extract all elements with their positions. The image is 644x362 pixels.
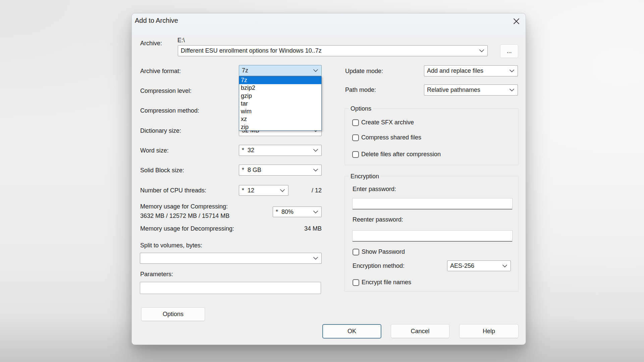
chevron-down-icon bbox=[502, 264, 507, 267]
reenter-password-input[interactable] bbox=[352, 230, 513, 242]
encrypt-names-checkbox[interactable] bbox=[353, 279, 359, 286]
path-mode-value: Relative pathnames bbox=[424, 86, 509, 94]
options-button-label: Options bbox=[163, 311, 183, 318]
options-group-title: Options bbox=[349, 105, 373, 112]
split-volumes-label: Split to volumes, bytes: bbox=[140, 242, 202, 249]
title-bar: Add to Archive bbox=[132, 13, 526, 46]
cancel-button[interactable]: Cancel bbox=[391, 324, 449, 338]
archive-label: Archive: bbox=[140, 40, 162, 47]
dropdown-option-bzip2[interactable]: bzip2 bbox=[239, 84, 321, 92]
memory-decompressing-label: Memory usage for Decompressing: bbox=[140, 225, 234, 232]
compress-shared-checkbox-row: Compress shared files bbox=[352, 134, 421, 141]
word-size-value: * 32 bbox=[239, 147, 313, 154]
add-to-archive-dialog: Add to Archive Archive: E:\ Different ES… bbox=[131, 13, 526, 345]
chevron-down-icon bbox=[280, 189, 285, 192]
delete-files-label: Delete files after compression bbox=[361, 151, 441, 158]
chevron-down-icon bbox=[313, 210, 318, 214]
enter-password-input[interactable] bbox=[352, 198, 513, 209]
dictionary-size-label: Dictionary size: bbox=[140, 127, 181, 134]
close-icon bbox=[513, 18, 520, 24]
archive-format-combobox[interactable]: 7z bbox=[239, 65, 322, 76]
dialog-title: Add to Archive bbox=[135, 16, 178, 25]
parameters-input[interactable] bbox=[140, 282, 321, 294]
dropdown-option-7z[interactable]: 7z bbox=[239, 76, 321, 84]
cpu-threads-max: / 12 bbox=[288, 187, 322, 194]
update-mode-label: Update mode: bbox=[345, 67, 383, 75]
archive-name-value: Different ESU enrollment options for Win… bbox=[178, 47, 479, 54]
memory-compressing-detail: 3632 MB / 12572 MB / 15714 MB bbox=[140, 212, 229, 220]
help-button-label: Help bbox=[483, 328, 495, 335]
dropdown-option-gzip[interactable]: gzip bbox=[239, 92, 321, 100]
dropdown-option-tar[interactable]: tar bbox=[239, 100, 321, 108]
memory-compressing-value: * 80% bbox=[273, 208, 313, 216]
update-mode-combobox[interactable]: Add and replace files bbox=[424, 65, 518, 76]
show-password-checkbox[interactable] bbox=[353, 249, 359, 255]
compression-level-label: Compression level: bbox=[140, 87, 192, 95]
create-sfx-checkbox-row: Create SFX archive bbox=[352, 119, 414, 126]
show-password-label: Show Password bbox=[362, 248, 405, 255]
word-size-combobox[interactable]: * 32 bbox=[239, 145, 322, 156]
archive-format-dropdown-list: 7z bzip2 gzip tar wim xz zip bbox=[239, 76, 322, 131]
chevron-down-icon bbox=[313, 69, 318, 72]
chevron-down-icon bbox=[313, 169, 318, 172]
archive-name-combobox[interactable]: Different ESU enrollment options for Win… bbox=[178, 45, 488, 56]
archive-format-value: 7z bbox=[239, 67, 313, 74]
enter-password-label: Enter password: bbox=[353, 185, 396, 193]
update-mode-value: Add and replace files bbox=[424, 67, 509, 74]
show-password-checkbox-row: Show Password bbox=[353, 248, 405, 255]
chevron-down-icon bbox=[313, 149, 318, 152]
create-sfx-label: Create SFX archive bbox=[361, 119, 414, 126]
dropdown-option-wim[interactable]: wim bbox=[239, 108, 321, 115]
word-size-label: Word size: bbox=[140, 147, 169, 154]
encryption-group-title: Encryption bbox=[349, 173, 381, 180]
archive-drive-label: E:\ bbox=[177, 37, 185, 44]
memory-decompressing-value: 34 MB bbox=[288, 225, 322, 232]
encryption-method-combobox[interactable]: AES-256 bbox=[447, 260, 511, 271]
archive-format-label: Archive format: bbox=[140, 67, 181, 75]
chevron-down-icon bbox=[509, 69, 515, 72]
parameters-label: Parameters: bbox=[140, 270, 173, 278]
cpu-threads-value: * 12 bbox=[239, 187, 280, 194]
cancel-button-label: Cancel bbox=[411, 328, 429, 335]
delete-files-checkbox-row: Delete files after compression bbox=[352, 151, 441, 158]
reenter-password-label: Reenter password: bbox=[353, 216, 403, 223]
browse-button[interactable]: ... bbox=[500, 44, 518, 58]
browse-button-label: ... bbox=[506, 48, 512, 55]
close-button[interactable] bbox=[507, 16, 525, 26]
memory-compressing-label: Memory usage for Compressing: bbox=[140, 203, 228, 210]
chevron-down-icon bbox=[509, 88, 515, 92]
cpu-threads-label: Number of CPU threads: bbox=[140, 187, 206, 194]
dropdown-option-xz[interactable]: xz bbox=[239, 115, 321, 123]
solid-block-size-label: Solid Block size: bbox=[140, 167, 184, 174]
dropdown-option-zip[interactable]: zip bbox=[239, 123, 321, 131]
encrypt-names-label: Encrypt file names bbox=[362, 279, 411, 286]
encrypt-names-checkbox-row: Encrypt file names bbox=[353, 279, 411, 286]
options-button[interactable]: Options bbox=[141, 307, 205, 321]
chevron-down-icon bbox=[313, 257, 318, 260]
cpu-threads-combobox[interactable]: * 12 bbox=[239, 185, 288, 196]
ok-button[interactable]: OK bbox=[322, 324, 381, 339]
delete-files-checkbox[interactable] bbox=[352, 151, 359, 158]
encryption-method-value: AES-256 bbox=[447, 262, 502, 269]
ok-button-label: OK bbox=[347, 328, 356, 335]
solid-block-size-combobox[interactable]: * 8 GB bbox=[239, 165, 322, 176]
split-volumes-combobox[interactable] bbox=[140, 253, 322, 264]
compression-method-label: Compression method: bbox=[140, 107, 199, 114]
solid-block-size-value: * 8 GB bbox=[239, 167, 313, 174]
help-button[interactable]: Help bbox=[459, 324, 519, 338]
path-mode-combobox[interactable]: Relative pathnames bbox=[424, 84, 518, 96]
chevron-down-icon bbox=[479, 49, 484, 52]
memory-compressing-combobox[interactable]: * 80% bbox=[273, 206, 322, 217]
compress-shared-checkbox[interactable] bbox=[352, 134, 359, 141]
compress-shared-label: Compress shared files bbox=[361, 134, 421, 141]
create-sfx-checkbox[interactable] bbox=[352, 119, 359, 126]
path-mode-label: Path mode: bbox=[345, 86, 376, 94]
encryption-method-label: Encryption method: bbox=[353, 262, 405, 269]
